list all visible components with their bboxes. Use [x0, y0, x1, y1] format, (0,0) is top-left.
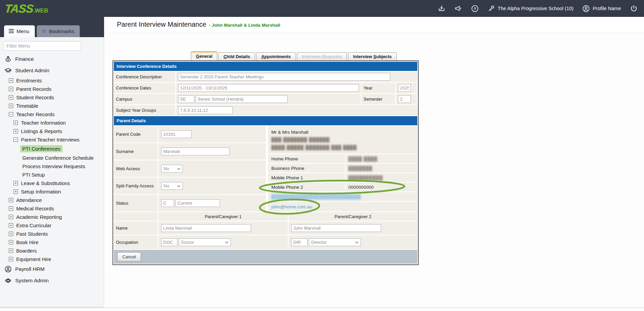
caregiver-1-header: Parent/Caregiver 1 — [158, 212, 288, 221]
tass-logo[interactable]: TASS.WEB — [5, 2, 48, 15]
sidebar-item-timetable[interactable]: + Timetable — [0, 102, 104, 110]
expand-icon[interactable]: + — [9, 257, 13, 261]
year-input[interactable] — [398, 84, 411, 92]
form-tabs: General Child Details Appointments Inter… — [191, 51, 419, 60]
expand-icon[interactable]: + — [14, 129, 18, 133]
sidebar-item-finance[interactable]: $ Finance — [0, 53, 104, 65]
split-family-access-select[interactable]: No — [161, 182, 183, 190]
sidebar-item-teacher-records[interactable]: − Teacher Records — [0, 110, 104, 119]
sidebar-item-system-admin[interactable]: System Admin — [0, 275, 104, 286]
mobile-phone-2-label: Mobile Phone 2 — [268, 183, 345, 191]
sidebar-item-student-admin[interactable]: Student Admin — [0, 65, 104, 76]
menu-tab[interactable]: Menu — [4, 25, 35, 37]
semester-input[interactable] — [398, 95, 411, 103]
collapse-icon[interactable]: − — [14, 137, 18, 142]
email-2-link[interactable]: john@home.com.au — [271, 204, 312, 209]
subject-year-groups-input[interactable] — [178, 106, 233, 114]
expand-icon[interactable]: + — [9, 215, 13, 219]
sidebar-item-generate-conference-schedule[interactable]: Generate Conference Schedule — [0, 154, 104, 162]
sidebar-item-equipment-hire[interactable]: + Equipment Hire — [0, 255, 104, 263]
caregiver-2-occupation-code-input[interactable] — [291, 238, 307, 246]
expand-icon[interactable]: + — [9, 78, 13, 83]
svg-text:$: $ — [7, 58, 9, 61]
sidebar-item-enrolments[interactable]: + Enrolments — [0, 76, 104, 85]
form-panel: Interview Conference Details Conference … — [113, 60, 419, 265]
business-phone-label: Business Phone — [268, 164, 345, 173]
expand-icon[interactable]: + — [9, 198, 13, 202]
sidebar-item-pti-setup[interactable]: PTI Setup — [0, 171, 104, 179]
expand-icon[interactable]: + — [14, 189, 18, 194]
expand-icon[interactable]: + — [9, 240, 13, 244]
web-access-select[interactable]: No — [161, 165, 183, 173]
sidebar-item-pti-conferences[interactable]: PTI Conferences — [0, 144, 104, 154]
collapse-icon[interactable]: − — [9, 112, 13, 116]
surname-input[interactable] — [161, 148, 229, 155]
status-name-input[interactable] — [175, 199, 220, 207]
sidebar-item-setup-information[interactable]: + Setup Information — [0, 187, 104, 196]
sidebar-item-attendance[interactable]: + Attendance — [0, 196, 104, 204]
logo-text-suffix: .WEB — [33, 7, 48, 14]
announcements-icon[interactable] — [454, 5, 462, 12]
sidebar-item-listings-reports[interactable]: + Listings & Reports — [0, 127, 104, 135]
expand-icon[interactable]: + — [9, 87, 13, 91]
download-icon[interactable] — [438, 5, 445, 12]
power-icon[interactable] — [630, 4, 638, 12]
svg-text:?: ? — [474, 6, 476, 10]
tab-child-details[interactable]: Child Details — [218, 52, 255, 60]
caregiver-2-occupation-select[interactable]: Director — [309, 238, 361, 246]
caregiver-1-name-input[interactable] — [161, 224, 251, 232]
tab-appointments[interactable]: Appointments — [256, 52, 296, 60]
sidebar-item-payroll-hrm[interactable]: Payroll HRM — [0, 263, 104, 275]
sidebar-item-process-interview-requests[interactable]: Process Interview Requests — [0, 162, 104, 171]
sidebar-item-leave-substitutions[interactable]: + Leave & Substitutions — [0, 179, 104, 187]
caregiver-2-name-input[interactable] — [291, 224, 381, 232]
sidebar-item-teacher-information[interactable]: + Teacher Information — [0, 119, 104, 127]
conference-dates-label: Conference Dates — [114, 83, 175, 93]
sidebar-item-medical-records[interactable]: + Medical Records — [0, 204, 104, 213]
cancel-button[interactable]: Cancel — [117, 252, 141, 261]
occupation-label: Occupation — [114, 235, 158, 249]
expand-icon[interactable]: + — [14, 181, 18, 185]
parent-contact-column: Mr & Mrs Marshall ███ ███████ ██████ ███… — [268, 126, 417, 211]
expand-icon[interactable]: + — [14, 121, 18, 125]
campus-code-input[interactable] — [178, 95, 194, 103]
sidebar-item-parent-teacher-interviews[interactable]: − Parent Teacher Interviews — [0, 135, 104, 144]
gear-icon — [4, 277, 12, 284]
tab-interview-subjects[interactable]: Interview Subjects — [348, 52, 397, 60]
conference-dates-input[interactable] — [178, 84, 359, 92]
sidebar-item-book-hire[interactable]: + Book Hire — [0, 238, 104, 247]
section-header-parent: Parent Details — [114, 116, 417, 125]
expand-icon[interactable]: + — [9, 232, 13, 236]
sidebar-item-boarders[interactable]: + Boarders — [0, 247, 104, 255]
filter-menu-input[interactable] — [3, 41, 81, 51]
tab-general[interactable]: General — [191, 51, 217, 60]
email-2-row: john@home.com.au — [268, 202, 417, 211]
person-circle-icon — [4, 265, 12, 273]
expand-icon[interactable]: + — [9, 104, 13, 108]
expand-icon[interactable]: + — [9, 95, 13, 100]
expand-icon[interactable]: + — [9, 249, 13, 253]
school-selector[interactable]: The Alpha Progressive School (10) — [488, 5, 573, 12]
parent-code-label: Parent Code — [114, 126, 158, 142]
caregiver-1-occupation-code-input[interactable] — [161, 238, 177, 246]
conference-description-input[interactable] — [178, 73, 390, 81]
bookmarks-tab[interactable]: ☆ Bookmarks — [37, 25, 80, 37]
form-footer-bar: Cancel — [114, 250, 417, 264]
sidebar-item-parent-records[interactable]: + Parent Records — [0, 85, 104, 93]
home-phone-label: Home Phone — [268, 154, 345, 163]
caregiver-1-occupation-select[interactable]: Doctor — [179, 238, 231, 246]
money-bag-icon: $ — [4, 55, 12, 63]
sidebar-item-student-records[interactable]: + Student Records — [0, 93, 104, 102]
email-1-row: ██████████████████████████ — [268, 192, 417, 201]
profile-menu[interactable]: Profile Name — [582, 5, 621, 12]
expand-icon[interactable]: + — [9, 206, 13, 211]
campus-name-input[interactable] — [196, 95, 288, 103]
sidebar-item-past-students[interactable]: + Past Students — [0, 230, 104, 238]
status-code-input[interactable] — [161, 199, 174, 207]
tab-interview-requests: Interview Requests — [297, 52, 347, 60]
expand-icon[interactable]: + — [9, 223, 13, 228]
sidebar-item-extra-curricular[interactable]: + Extra Curricular — [0, 221, 104, 230]
parent-code-input[interactable] — [161, 130, 192, 138]
help-icon[interactable]: ? — [471, 5, 479, 12]
sidebar-item-academic-reporting[interactable]: + Academic Reporting — [0, 213, 104, 221]
